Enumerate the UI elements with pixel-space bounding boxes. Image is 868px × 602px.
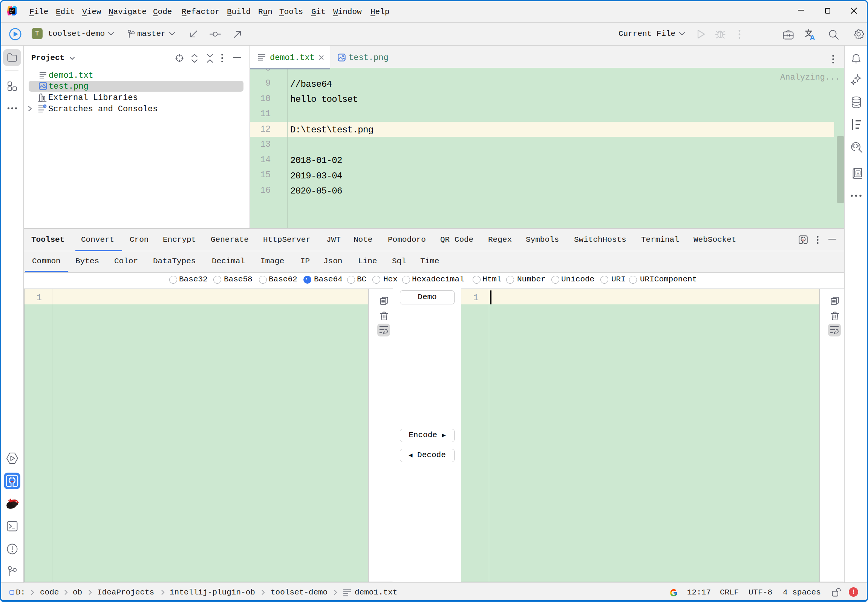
svg-text:IJ: IJ xyxy=(10,8,14,12)
svg-text:A: A xyxy=(810,34,815,41)
svg-text:A: A xyxy=(857,171,859,175)
